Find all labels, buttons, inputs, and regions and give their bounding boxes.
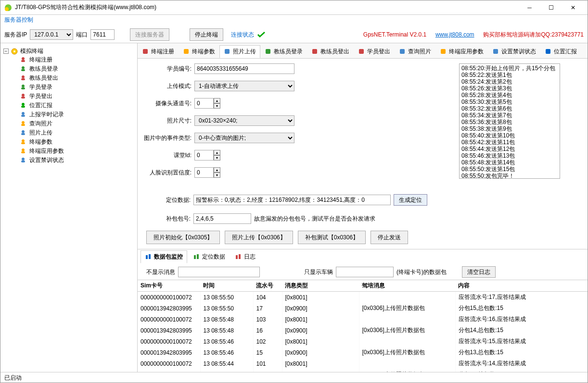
- tab-label: 终端注册: [151, 48, 174, 56]
- upload-mode-select[interactable]: 1-自动请求上传: [194, 81, 294, 91]
- tab[interactable]: 学员登出: [354, 45, 395, 58]
- svg-rect-27: [21, 161, 25, 162]
- site-link[interactable]: www.jt808.com: [435, 31, 474, 38]
- camera-channel-input[interactable]: [194, 98, 214, 109]
- event-type-select[interactable]: 0-中心查询的图片;: [194, 133, 294, 143]
- tab[interactable]: 教练员登录: [260, 45, 307, 58]
- connect-server-button[interactable]: 连接服务器: [130, 28, 169, 41]
- supplement-input[interactable]: [193, 213, 251, 224]
- tab[interactable]: 终端注册: [138, 45, 179, 58]
- server-ip-label: 服务器IP: [4, 31, 27, 39]
- close-button[interactable]: ✕: [562, 1, 584, 14]
- stop-terminal-button[interactable]: 停止终端: [190, 28, 223, 41]
- grid-header[interactable]: 时间: [200, 280, 253, 292]
- bottom-tab[interactable]: 数据包监控: [141, 250, 187, 263]
- tree-item-icon: [20, 93, 27, 100]
- purchase-label: 购买部标驾培源码请加QQ:2379423771: [483, 31, 584, 39]
- grid-header[interactable]: 消息类型: [282, 280, 359, 292]
- tree-item[interactable]: 学员登出: [3, 92, 134, 101]
- lesson-id-input[interactable]: [194, 150, 214, 161]
- tab-label: 终端应用参数: [449, 48, 484, 56]
- grid-header[interactable]: 内容: [455, 280, 588, 292]
- tab-icon: [492, 48, 500, 56]
- supplement-test-button[interactable]: 补包测试【0x0306】: [298, 231, 366, 244]
- tree-item[interactable]: 照片上传: [3, 128, 134, 137]
- log-line: 08:55:40:发送第10包: [461, 132, 558, 139]
- bottom-tab[interactable]: 日志: [231, 250, 259, 263]
- table-cell: 分包14,总包数:15: [455, 325, 588, 336]
- table-cell: [0x8001]: [282, 314, 359, 325]
- tree-item[interactable]: 位置汇报: [3, 101, 134, 110]
- port-input[interactable]: [90, 29, 115, 40]
- tree-item[interactable]: 终端注册: [3, 55, 134, 64]
- face-conf-spinner[interactable]: ▲▼: [214, 167, 220, 178]
- table-row[interactable]: 000000000010007213 08:55:48103[0x8001]应答…: [138, 314, 588, 325]
- camera-channel-spinner[interactable]: ▲▼: [214, 98, 220, 109]
- tree-item[interactable]: 终端应用参数: [3, 147, 134, 156]
- tab[interactable]: 终端参数: [179, 45, 219, 58]
- maximize-button[interactable]: ☐: [540, 1, 562, 14]
- table-row[interactable]: 000000000010007213 08:55:50104[0x8001]应答…: [138, 292, 588, 303]
- tree-item[interactable]: 查询照片: [3, 119, 134, 128]
- tab[interactable]: 教练员登出: [307, 45, 354, 58]
- statusbar: 已启动: [0, 372, 588, 383]
- minimize-button[interactable]: ─: [519, 1, 540, 14]
- svg-point-14: [22, 103, 25, 106]
- collapse-icon[interactable]: −: [3, 49, 9, 54]
- clear-log-button[interactable]: 清空日志: [462, 266, 496, 278]
- event-type-label: 图片中的事件类型:: [141, 134, 194, 142]
- photo-size-select[interactable]: 0x01-320×240;: [194, 115, 294, 126]
- tab[interactable]: 照片上传: [219, 45, 260, 58]
- menu-server-control[interactable]: 服务器控制: [4, 16, 33, 23]
- tab-label: 学员登出: [367, 48, 390, 56]
- tab[interactable]: 设置禁训状态: [488, 45, 540, 58]
- tree-item-icon: [20, 56, 27, 64]
- table-cell: 104: [253, 292, 282, 303]
- stop-send-button[interactable]: 停止发送: [371, 231, 408, 244]
- tab[interactable]: 位置汇报: [540, 45, 581, 58]
- table-cell: 13 08:55:50: [200, 303, 253, 314]
- nav-tree[interactable]: − 模拟终端 终端注册教练员登录教练员登出学员登录学员登出位置汇报上报学时记录查…: [0, 43, 138, 372]
- log-line: 08:55:36:发送第8包: [461, 119, 558, 125]
- hide-msg-input[interactable]: [178, 267, 260, 277]
- student-no-input[interactable]: [194, 63, 294, 74]
- bottom-tab[interactable]: 定位数据: [189, 250, 229, 263]
- table-row[interactable]: 000000000010007213 08:55:44101[0x8001]应答…: [138, 358, 588, 369]
- svg-rect-21: [21, 133, 25, 135]
- status-text: 已启动: [4, 374, 22, 381]
- tab[interactable]: 查询照片: [395, 45, 435, 58]
- tree-item[interactable]: 设置禁训状态: [3, 156, 134, 165]
- table-row[interactable]: 000000000010007213 08:55:46102[0x8001]应答…: [138, 336, 588, 347]
- tree-item[interactable]: 学员登录: [3, 83, 134, 92]
- svg-rect-36: [493, 49, 498, 54]
- only-vehicle-input[interactable]: [336, 267, 394, 277]
- photo-upload-button[interactable]: 照片上传【0x0306】: [225, 231, 293, 244]
- tree-item[interactable]: 终端参数: [3, 137, 134, 147]
- tree-item[interactable]: 教练员登出: [3, 74, 134, 83]
- table-row[interactable]: 000001394280399513 08:55:4615[0x0900][0x…: [138, 347, 588, 358]
- table-cell: [0x0900]: [282, 347, 359, 358]
- generate-location-button[interactable]: 生成定位: [394, 194, 427, 206]
- tree-item-icon: [20, 120, 27, 128]
- tab[interactable]: 终端应用参数: [435, 45, 488, 58]
- svg-rect-25: [21, 151, 25, 153]
- table-cell: [0x0900]: [282, 303, 359, 314]
- table-row[interactable]: 000001394280399513 08:55:4816[0x0900][0x…: [138, 325, 588, 336]
- face-conf-input[interactable]: [194, 167, 214, 178]
- svg-point-26: [22, 158, 25, 161]
- upload-log[interactable]: 08:55:20:开始上传照片，共15个分包08:55:22:发送第1包08:5…: [459, 63, 560, 179]
- grid-header[interactable]: 驾培消息: [359, 280, 455, 292]
- packet-grid[interactable]: Sim卡号时间流水号消息类型驾培消息内容 000000000010007213 …: [138, 280, 588, 372]
- log-line: 08:55:38:发送第9包: [461, 125, 558, 132]
- titlebar: JT/T808-GPS驾培符合性检测模拟终端(www.jt808.com) ─ …: [0, 0, 588, 15]
- table-row[interactable]: 000001394280399513 08:55:5017[0x0900][0x…: [138, 303, 588, 314]
- tree-item[interactable]: 上报学时记录: [3, 110, 134, 119]
- photo-init-button[interactable]: 照片初始化【0x0305】: [146, 231, 220, 244]
- grid-header[interactable]: 流水号: [253, 280, 282, 292]
- grid-header[interactable]: Sim卡号: [138, 280, 200, 292]
- svg-point-1: [5, 7, 9, 11]
- lesson-id-spinner[interactable]: ▲▼: [214, 150, 220, 161]
- loc-data-input[interactable]: [193, 195, 391, 205]
- server-ip-input[interactable]: 127.0.0.1: [30, 29, 73, 40]
- tree-item[interactable]: 教练员登录: [3, 64, 134, 74]
